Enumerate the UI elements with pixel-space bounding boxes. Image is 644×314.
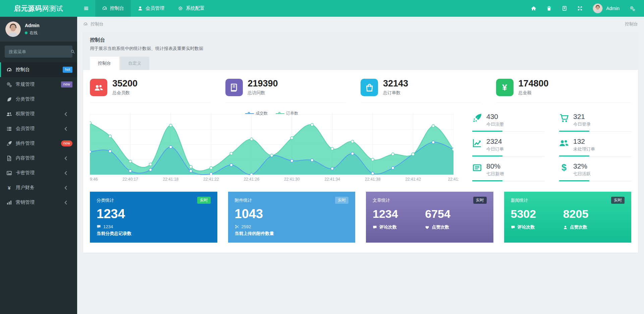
trash-icon[interactable] [546, 6, 552, 11]
sidebar-item-cardkey[interactable]: 卡密管理 [0, 166, 77, 180]
sidebar-item-label: 用户财务 [16, 185, 35, 191]
sidebar-item-finance[interactable]: ¥用户财务 [0, 180, 77, 195]
card-header: 新闻统计实时 [511, 197, 625, 204]
card-columns: 5302评论次数8205点赞次数 [511, 208, 625, 230]
summary-cards-row: 分类统计实时12341234当前分类总记录数附件统计实时10432592当前上传… [90, 192, 631, 243]
realtime-badge: 实时 [197, 197, 211, 204]
comment-icon [511, 225, 515, 230]
sales-chart[interactable]: 成交数订单数 9:4622:40:1722:41:1822:41:2222:41… [90, 111, 453, 182]
card-label: 当前分类总记录数 [97, 231, 211, 237]
nav-item-system-config[interactable]: 系统配置 [171, 0, 211, 17]
stat-icon-box [90, 79, 107, 96]
sidebar-item-marketing[interactable]: 营销管理 [0, 195, 77, 210]
newspaper-icon [472, 163, 482, 173]
card-title: 附件统计 [235, 197, 252, 203]
sidebar-item-dashboard[interactable]: 控制台hot [0, 62, 77, 77]
nav-item-dashboard[interactable]: 控制台 [95, 0, 131, 17]
x-tick-label: 22:41: [448, 177, 459, 182]
stat-icon-box [225, 79, 243, 96]
card-column: 6754点赞次数 [425, 208, 477, 230]
breadcrumb-link[interactable]: 控制台 [91, 21, 104, 27]
realtime-badge: 实时 [473, 197, 487, 204]
card-column-label-text: 点赞次数 [432, 224, 449, 230]
mini-stat-text: 321今日登录 [573, 113, 591, 127]
stat-text: 219390总访问数 [248, 79, 278, 96]
card-value: 8205 [563, 208, 615, 220]
menu-search-input[interactable] [9, 49, 68, 54]
sidebar-toggle-button[interactable] [77, 0, 95, 17]
mini-stat-七日新增: 80%七日新增 [472, 162, 544, 181]
card-value: 1234 [97, 207, 211, 221]
stat-text: 35200总会员数 [112, 79, 138, 96]
mini-stat-未处理订单: 132未处理订单 [559, 137, 631, 156]
avatar [593, 3, 603, 13]
card-title: 分类统计 [97, 197, 114, 203]
stat-label: 总访问数 [248, 90, 278, 96]
mini-stat-progress [472, 180, 544, 181]
sidebar-item-category[interactable]: 分类管理 [0, 92, 77, 107]
mini-stat-value: 32% [573, 162, 591, 170]
sidebar-item-label: 营销管理 [16, 199, 35, 205]
x-tick-label: 9:46 [90, 177, 98, 182]
book-icon [229, 83, 238, 92]
gauge-icon [102, 6, 107, 11]
page-description: 用于展示当前系统中的统计数据、统计报表及重要实时数据 [90, 46, 631, 52]
tab-dashboard[interactable]: 控制台 [90, 57, 119, 70]
nav-item-members[interactable]: 会员管理 [131, 0, 171, 17]
sidebar-user-name: Admin [25, 23, 40, 28]
card-column: 1234评论次数 [373, 208, 425, 230]
legend-item-成交数[interactable]: 成交数 [245, 111, 268, 116]
card-column-label-text: 评论次数 [518, 224, 535, 230]
breadcrumb-current: 控制台 [625, 21, 638, 27]
app-logo[interactable]: 启元源码网测试 [0, 0, 77, 17]
mini-stat-progress [559, 155, 631, 156]
card-sub-value: 2592 [241, 224, 251, 229]
x-tick-label: 22:41:26 [244, 177, 259, 182]
chart-canvas[interactable] [90, 111, 453, 175]
sidebar-item-member[interactable]: 会员管理 [0, 121, 77, 136]
page: 启元源码网测试 控制台会员管理系统配置 Admin Admin 在线 [0, 0, 644, 314]
image-icon [6, 170, 12, 176]
sidebar-item-addon[interactable]: 插件管理new [0, 136, 77, 151]
dashboard-panel: 控制台 用于展示当前系统中的统计数据、统计报表及重要实时数据 控制台 自定义 3… [83, 32, 638, 253]
chart-legend: 成交数订单数 [90, 111, 453, 116]
stat-label: 总会员数 [112, 90, 138, 96]
card-column: 5302评论次数 [511, 208, 563, 230]
main-area: Admin 在线 控制台hot常规管理new分类管理权限管理会员管理插件管理ne… [0, 17, 644, 314]
card-column-label: 评论次数 [511, 224, 563, 230]
stat-value: 219390 [248, 79, 278, 88]
sidebar-item-label: 权限管理 [16, 111, 35, 117]
mini-stat-value: 2324 [486, 137, 504, 145]
realtime-badge: 实时 [611, 197, 625, 204]
legend-item-订单数[interactable]: 订单数 [276, 111, 298, 116]
expand-icon[interactable] [577, 6, 583, 11]
comment-icon [373, 225, 377, 230]
user-menu[interactable]: Admin [593, 3, 620, 13]
user-icon [138, 6, 143, 11]
gear-icon [178, 6, 183, 11]
card-value: 5302 [511, 208, 563, 220]
sidebar-item-label: 控制台 [16, 67, 30, 73]
home-icon[interactable] [531, 6, 536, 11]
mini-stat-progress [559, 131, 631, 132]
settings-cogs-icon[interactable] [630, 6, 635, 11]
mini-stat-top: $32%七日活跃 [559, 162, 631, 177]
sidebar-item-label: 内容管理 [16, 155, 35, 161]
sidebar-item-label: 常规管理 [16, 81, 35, 87]
top-navbar: 启元源码网测试 控制台会员管理系统配置 Admin [0, 0, 644, 17]
chart-row: 成交数订单数 9:4622:40:1722:41:1822:41:2222:41… [90, 111, 631, 182]
stat-value: 174800 [519, 79, 549, 88]
tab-custom[interactable]: 自定义 [120, 57, 149, 70]
stat-总金额: ¥174800总金额 [496, 78, 632, 103]
hot-badge: hot [63, 67, 72, 72]
card-news-stats: 新闻统计实时5302评论次数8205点赞次数 [504, 192, 632, 243]
sidebar-item-content[interactable]: 内容管理 [0, 151, 77, 166]
gauge-icon [83, 22, 88, 26]
stat-value: 35200 [112, 79, 138, 88]
language-icon[interactable] [562, 6, 567, 11]
mini-stat-top: 2324今日订单 [472, 137, 544, 152]
sidebar-item-general[interactable]: 常规管理new [0, 77, 77, 92]
mini-stat-label: 今日登录 [573, 121, 591, 127]
sidebar-item-auth[interactable]: 权限管理 [0, 107, 77, 121]
legend-dot [278, 112, 280, 114]
